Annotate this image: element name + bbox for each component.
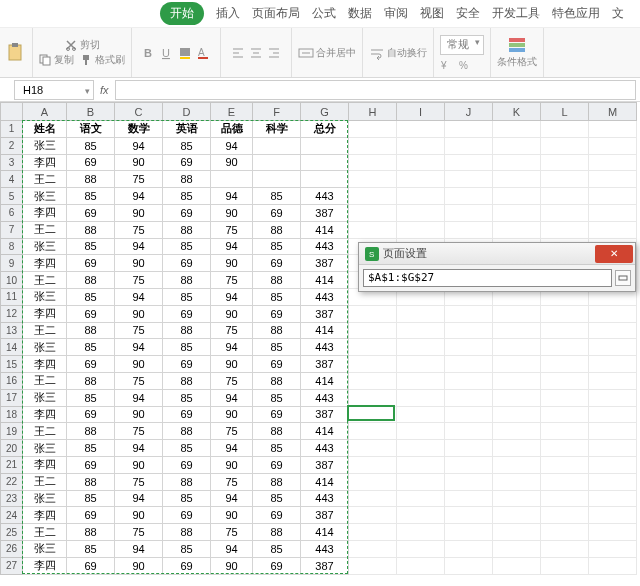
cell-K2[interactable] [493, 137, 541, 154]
cell-A11[interactable]: 张三 [23, 288, 67, 305]
row-header-16[interactable]: 16 [1, 372, 23, 389]
cell-G21[interactable]: 387 [301, 456, 349, 473]
cell-G2[interactable] [301, 137, 349, 154]
cell-D15[interactable]: 69 [163, 356, 211, 373]
cell-B10[interactable]: 88 [67, 272, 115, 289]
cell-H13[interactable] [349, 322, 397, 339]
menu-tab-data[interactable]: 数据 [348, 5, 372, 22]
cell-A7[interactable]: 王二 [23, 221, 67, 238]
row-header-20[interactable]: 20 [1, 440, 23, 457]
cell-D16[interactable]: 88 [163, 372, 211, 389]
cell-K4[interactable] [493, 171, 541, 188]
cell-C6[interactable]: 90 [115, 204, 163, 221]
cell-E25[interactable]: 75 [211, 524, 253, 541]
cell-H16[interactable] [349, 372, 397, 389]
cell-H4[interactable] [349, 171, 397, 188]
cell-C20[interactable]: 94 [115, 440, 163, 457]
cell-D4[interactable]: 88 [163, 171, 211, 188]
cell-D12[interactable]: 69 [163, 305, 211, 322]
row-header-6[interactable]: 6 [1, 204, 23, 221]
cell-I17[interactable] [397, 389, 445, 406]
menu-tab-insert[interactable]: 插入 [216, 5, 240, 22]
cell-M14[interactable] [589, 339, 637, 356]
cell-I12[interactable] [397, 305, 445, 322]
cell-E17[interactable]: 94 [211, 389, 253, 406]
col-header-B[interactable]: B [67, 103, 115, 121]
cell-B11[interactable]: 85 [67, 288, 115, 305]
cell-A2[interactable]: 张三 [23, 137, 67, 154]
cell-J14[interactable] [445, 339, 493, 356]
cell-J4[interactable] [445, 171, 493, 188]
cell-B9[interactable]: 69 [67, 255, 115, 272]
cell-D7[interactable]: 88 [163, 221, 211, 238]
col-header-A[interactable]: A [23, 103, 67, 121]
cell-J1[interactable] [445, 121, 493, 138]
cell-B5[interactable]: 85 [67, 188, 115, 205]
cell-D17[interactable]: 85 [163, 389, 211, 406]
cell-I1[interactable] [397, 121, 445, 138]
cell-A25[interactable]: 王二 [23, 524, 67, 541]
cell-D6[interactable]: 69 [163, 204, 211, 221]
cell-H7[interactable] [349, 221, 397, 238]
cell-E10[interactable]: 75 [211, 272, 253, 289]
cell-B27[interactable]: 69 [67, 557, 115, 574]
cell-E6[interactable]: 90 [211, 204, 253, 221]
cell-M24[interactable] [589, 507, 637, 524]
cell-D21[interactable]: 69 [163, 456, 211, 473]
cell-G1[interactable]: 总分 [301, 121, 349, 138]
cell-L7[interactable] [541, 221, 589, 238]
cell-G13[interactable]: 414 [301, 322, 349, 339]
cell-B23[interactable]: 85 [67, 490, 115, 507]
cell-J6[interactable] [445, 204, 493, 221]
cell-E15[interactable]: 90 [211, 356, 253, 373]
row-header-14[interactable]: 14 [1, 339, 23, 356]
cell-F18[interactable]: 69 [253, 406, 301, 423]
cell-B19[interactable]: 88 [67, 423, 115, 440]
cell-E3[interactable]: 90 [211, 154, 253, 171]
cell-F13[interactable]: 88 [253, 322, 301, 339]
cell-G4[interactable] [301, 171, 349, 188]
cell-F6[interactable]: 69 [253, 204, 301, 221]
cell-I26[interactable] [397, 540, 445, 557]
cell-I7[interactable] [397, 221, 445, 238]
cell-I3[interactable] [397, 154, 445, 171]
cell-J23[interactable] [445, 490, 493, 507]
cell-E4[interactable] [211, 171, 253, 188]
cell-F15[interactable]: 69 [253, 356, 301, 373]
row-header-2[interactable]: 2 [1, 137, 23, 154]
cell-I19[interactable] [397, 423, 445, 440]
cell-L6[interactable] [541, 204, 589, 221]
cell-K18[interactable] [493, 406, 541, 423]
menu-tab-devtools[interactable]: 开发工具 [492, 5, 540, 22]
fx-icon[interactable]: fx [100, 84, 109, 96]
cell-A9[interactable]: 李四 [23, 255, 67, 272]
cell-J16[interactable] [445, 372, 493, 389]
cell-C3[interactable]: 90 [115, 154, 163, 171]
cell-A23[interactable]: 张三 [23, 490, 67, 507]
cell-B13[interactable]: 88 [67, 322, 115, 339]
cell-E7[interactable]: 75 [211, 221, 253, 238]
row-header-5[interactable]: 5 [1, 188, 23, 205]
cell-E5[interactable]: 94 [211, 188, 253, 205]
cell-J7[interactable] [445, 221, 493, 238]
col-header-E[interactable]: E [211, 103, 253, 121]
cell-L19[interactable] [541, 423, 589, 440]
cell-H22[interactable] [349, 473, 397, 490]
cell-C15[interactable]: 90 [115, 356, 163, 373]
cell-K27[interactable] [493, 557, 541, 574]
cell-L2[interactable] [541, 137, 589, 154]
cell-J26[interactable] [445, 540, 493, 557]
cell-G25[interactable]: 414 [301, 524, 349, 541]
cell-H5[interactable] [349, 188, 397, 205]
cell-G7[interactable]: 414 [301, 221, 349, 238]
cell-F19[interactable]: 88 [253, 423, 301, 440]
cell-L17[interactable] [541, 389, 589, 406]
cell-I16[interactable] [397, 372, 445, 389]
cell-K20[interactable] [493, 440, 541, 457]
cell-J22[interactable] [445, 473, 493, 490]
cell-K25[interactable] [493, 524, 541, 541]
cell-F24[interactable]: 69 [253, 507, 301, 524]
cell-G14[interactable]: 443 [301, 339, 349, 356]
cell-B25[interactable]: 88 [67, 524, 115, 541]
cell-E27[interactable]: 90 [211, 557, 253, 574]
